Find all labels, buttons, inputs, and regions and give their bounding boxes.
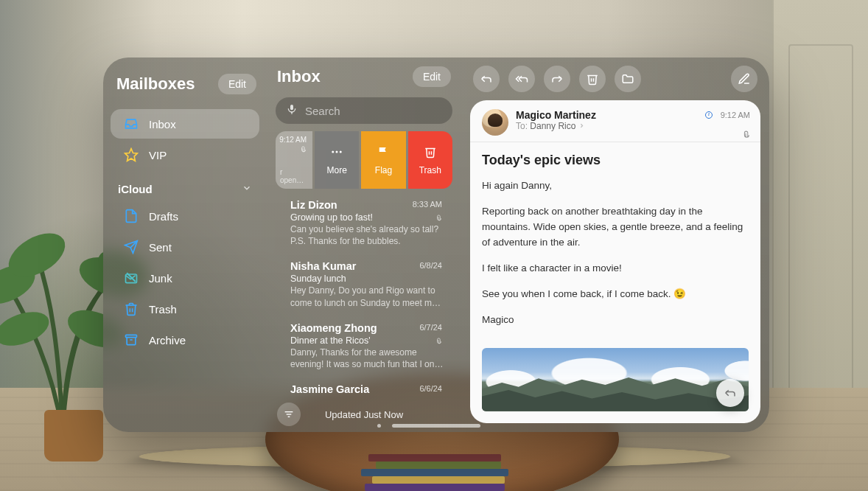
compose-button[interactable] xyxy=(731,66,757,92)
junk-icon xyxy=(124,271,139,285)
svg-point-13 xyxy=(332,150,334,153)
sidebar-item-archive[interactable]: Archive xyxy=(111,325,259,355)
flag-icon xyxy=(377,145,390,161)
sender-avatar[interactable] xyxy=(482,109,508,136)
svg-point-14 xyxy=(336,150,338,153)
reader-body: Hi again Danny, Reporting back on anothe… xyxy=(470,173,760,348)
info-icon[interactable] xyxy=(705,111,713,119)
delete-button[interactable] xyxy=(579,66,606,92)
message-preview-peek: r open… xyxy=(280,168,304,184)
paperclip-icon xyxy=(434,335,442,349)
sidebar-item-sent[interactable]: Sent xyxy=(111,232,259,262)
section-label: iCloud xyxy=(118,183,153,195)
chevron-down-icon xyxy=(242,183,252,195)
message-date: 6/7/24 xyxy=(419,323,442,332)
svg-point-15 xyxy=(340,150,342,153)
reader-subject: Today's epic views xyxy=(470,142,760,173)
message-subject: Growing up too fast! xyxy=(290,212,444,223)
window-handle-bar[interactable] xyxy=(392,424,480,428)
reader-header: Magico Martinez To: Danny Rico 9:12 AM xyxy=(470,100,760,142)
to-name: Danny Rico xyxy=(530,121,575,131)
search-field[interactable] xyxy=(276,97,452,124)
message-list-pane: Inbox Edit 9:12 AM r open… More xyxy=(267,58,461,432)
message-date: 6/8/24 xyxy=(419,261,442,270)
sidebar-item-junk[interactable]: Junk xyxy=(111,263,259,293)
reply-fab[interactable] xyxy=(716,379,744,407)
trash-icon xyxy=(124,302,139,316)
sidebar-item-label: Sent xyxy=(149,241,172,254)
body-paragraph: Hi again Danny, xyxy=(482,178,749,194)
sidebar-item-vip[interactable]: VIP xyxy=(111,140,259,170)
reply-button[interactable] xyxy=(473,66,500,92)
message-preview: Danny, Thanks for the awesome evening! I… xyxy=(290,347,444,370)
paperclip-icon xyxy=(298,146,307,156)
list-status: Updated Just Now xyxy=(325,409,403,420)
sidebar-item-label: Drafts xyxy=(149,210,178,223)
swipe-label: Flag xyxy=(375,165,392,175)
list-title: Inbox xyxy=(277,67,321,86)
sidebar-item-trash[interactable]: Trash xyxy=(111,294,259,324)
doc-icon xyxy=(124,209,139,223)
move-button[interactable] xyxy=(615,66,641,92)
to-label: To: xyxy=(516,121,528,131)
sidebar-item-label: Archive xyxy=(149,334,186,347)
attachment-image[interactable] xyxy=(482,348,749,411)
search-input[interactable] xyxy=(305,105,445,117)
message-row[interactable]: Liz Dizon 8:33 AM Growing up too fast! C… xyxy=(271,193,457,254)
chevron-right-icon xyxy=(578,121,585,131)
sidebar-item-label: Inbox xyxy=(149,118,176,130)
message-time: 9:12 AM xyxy=(279,136,307,144)
message-row[interactable]: Xiaomeng Zhong 6/7/24 Dinner at the Rico… xyxy=(271,316,457,377)
message-row[interactable]: Jasmine Garcia 6/6/24 Special guests Hi … xyxy=(271,377,457,397)
swipe-flag-button[interactable]: Flag xyxy=(361,131,405,189)
message-row-peek[interactable]: 9:12 AM r open… xyxy=(276,131,312,189)
svg-rect-9 xyxy=(126,335,137,337)
archive-icon xyxy=(124,332,139,347)
reader-time: 9:12 AM xyxy=(721,111,750,119)
sidebar-item-drafts[interactable]: Drafts xyxy=(111,201,259,231)
swipe-trash-button[interactable]: Trash xyxy=(408,131,452,189)
message-date: 8:33 AM xyxy=(413,200,442,209)
message-subject: Dinner at the Ricos' xyxy=(290,335,444,346)
swipe-more-button[interactable]: More xyxy=(315,131,359,189)
body-paragraph: I felt like a character in a movie! xyxy=(482,261,749,276)
message-row[interactable]: Nisha Kumar 6/8/24 Sunday lunch Hey Dann… xyxy=(271,254,457,316)
forward-button[interactable] xyxy=(544,66,570,92)
message-preview: Can you believe she's already so tall? P… xyxy=(290,223,444,247)
sidebar-item-label: Trash xyxy=(149,303,177,316)
trash-icon xyxy=(424,145,437,161)
message-subject: Sunday lunch xyxy=(290,274,444,284)
sidebar-item-label: Junk xyxy=(149,272,172,285)
mic-icon xyxy=(286,103,298,118)
sidebar-item-label: VIP xyxy=(149,149,167,161)
svg-point-4 xyxy=(0,305,54,352)
list-edit-button[interactable]: Edit xyxy=(413,66,451,87)
window-handle-dot[interactable] xyxy=(377,424,381,428)
paperclip-icon[interactable] xyxy=(705,130,750,143)
toolbar xyxy=(461,58,769,100)
sidebar-section-icloud[interactable]: iCloud xyxy=(103,171,267,200)
background-books xyxy=(346,447,523,491)
message-preview: Hey Danny, Do you and Rigo want to come … xyxy=(290,285,444,308)
star-icon xyxy=(124,147,139,162)
svg-marker-6 xyxy=(125,149,138,161)
svg-rect-11 xyxy=(290,105,293,110)
body-paragraph: Reporting back on another breathtaking d… xyxy=(482,204,749,251)
message-row-swiped: 9:12 AM r open… More Flag xyxy=(276,131,452,189)
reply-all-button[interactable] xyxy=(508,66,535,92)
message-list[interactable]: Liz Dizon 8:33 AM Growing up too fast! C… xyxy=(267,193,461,397)
reader-pane: Magico Martinez To: Danny Rico 9:12 AM xyxy=(461,58,769,432)
tray-icon xyxy=(124,116,139,131)
paperclip-icon xyxy=(434,212,442,226)
swipe-label: More xyxy=(326,165,346,175)
sidebar-item-inbox[interactable]: Inbox xyxy=(111,109,259,139)
sidebar: Mailboxes Edit Inbox VIP iCloud Dra xyxy=(103,58,267,432)
message-date: 6/6/24 xyxy=(419,384,442,393)
ellipsis-icon xyxy=(330,145,343,161)
message-reader: Magico Martinez To: Danny Rico 9:12 AM xyxy=(470,100,760,423)
body-paragraph: See you when I come back, if I come back… xyxy=(482,287,749,302)
mail-app-window: Mailboxes Edit Inbox VIP iCloud Dra xyxy=(103,58,769,432)
sidebar-edit-button[interactable]: Edit xyxy=(218,74,256,94)
body-paragraph: Magico xyxy=(482,313,749,328)
filter-button[interactable] xyxy=(277,403,301,426)
